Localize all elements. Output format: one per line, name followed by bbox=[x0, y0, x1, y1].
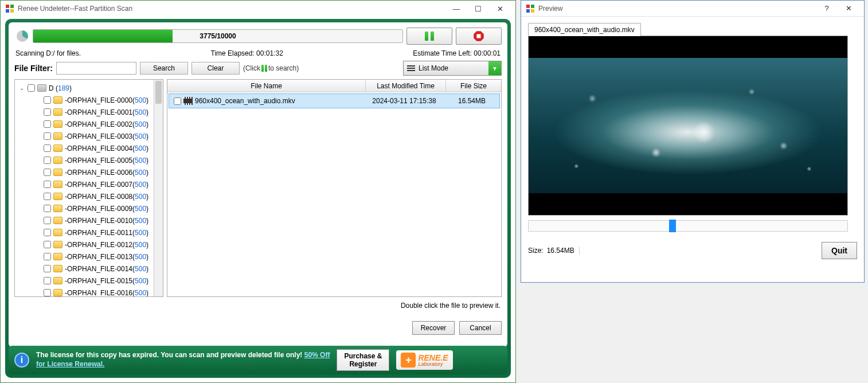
close-button[interactable]: ✕ bbox=[489, 3, 511, 14]
cancel-button[interactable]: Cancel bbox=[459, 321, 502, 335]
preview-tab[interactable]: 960x400_ocean_with_audio.mkv bbox=[528, 23, 641, 36]
tree-item-checkbox[interactable] bbox=[44, 217, 51, 224]
folder-icon bbox=[53, 181, 62, 188]
clear-button[interactable]: Clear bbox=[191, 62, 240, 75]
tree-item-checkbox[interactable] bbox=[44, 289, 51, 296]
file-list-header: File Name Last Modified Time File Size bbox=[167, 80, 501, 92]
file-filter-input[interactable] bbox=[56, 62, 136, 75]
folder-icon bbox=[53, 265, 62, 272]
quit-button[interactable]: Quit bbox=[822, 242, 857, 259]
tree-scrollbar[interactable] bbox=[154, 80, 163, 296]
file-row[interactable]: 960x400_ocean_with_audio.mkv2024-03-11 1… bbox=[169, 93, 500, 108]
tree-item[interactable]: -ORPHAN_FILE-0000 (500) bbox=[16, 94, 162, 106]
tree-item-checkbox[interactable] bbox=[44, 229, 51, 236]
tree-item-checkbox[interactable] bbox=[44, 169, 51, 176]
tree-item-checkbox[interactable] bbox=[44, 241, 51, 248]
tree-item-checkbox[interactable] bbox=[44, 193, 51, 200]
minimize-button[interactable]: — bbox=[445, 3, 467, 14]
plus-icon: + bbox=[401, 353, 416, 368]
tree-item-count: 500 bbox=[135, 181, 146, 189]
tree-item-checkbox[interactable] bbox=[44, 157, 51, 164]
seek-bar[interactable] bbox=[528, 220, 848, 232]
tree-item-name: -ORPHAN_FILE-0002 bbox=[65, 120, 132, 128]
brand-logo: + RENE.E Laboratory bbox=[396, 350, 452, 370]
recover-button[interactable]: Recover bbox=[412, 321, 455, 335]
progress-text: 3775/10000 bbox=[33, 30, 402, 42]
file-list-pane: File Name Last Modified Time File Size 9… bbox=[167, 79, 502, 297]
app-icon bbox=[5, 4, 14, 13]
tree-scroll-thumb[interactable] bbox=[155, 81, 162, 104]
tree-item-checkbox[interactable] bbox=[44, 132, 51, 140]
col-modified[interactable]: Last Modified Time bbox=[366, 80, 446, 92]
tree-item[interactable]: -ORPHAN_FILE-0015 (500) bbox=[16, 275, 162, 287]
main-body: 3775/10000 Scanning D:/ for files. Time … bbox=[5, 19, 511, 378]
tree-item[interactable]: -ORPHAN_FILE-0012 (500) bbox=[16, 239, 162, 251]
video-preview[interactable] bbox=[528, 36, 848, 216]
tree-item[interactable]: -ORPHAN_FILE-0003 (500) bbox=[16, 130, 162, 142]
folder-icon bbox=[53, 108, 62, 116]
tree-item[interactable]: -ORPHAN_FILE-0016 (500) bbox=[16, 287, 162, 297]
info-icon: i bbox=[14, 353, 29, 368]
file-checkbox[interactable] bbox=[174, 97, 181, 105]
tree-root-checkbox[interactable] bbox=[28, 84, 35, 92]
maximize-button[interactable]: ☐ bbox=[467, 3, 489, 14]
seek-thumb[interactable] bbox=[669, 220, 676, 232]
tree-item[interactable]: -ORPHAN_FILE-0004 (500) bbox=[16, 142, 162, 154]
folder-icon bbox=[53, 277, 62, 284]
tree-item[interactable]: -ORPHAN_FILE-0010 (500) bbox=[16, 214, 162, 226]
tree-item-checkbox[interactable] bbox=[44, 277, 51, 284]
tree-item-count: 500 bbox=[135, 108, 146, 116]
tree-item-count: 500 bbox=[135, 205, 146, 213]
purchase-register-button[interactable]: Purchase & Register bbox=[337, 349, 389, 371]
tree-item[interactable]: -ORPHAN_FILE-0011 (500) bbox=[16, 226, 162, 239]
discount-link[interactable]: 50% Off bbox=[304, 351, 330, 359]
tree-item[interactable]: -ORPHAN_FILE-0014 (500) bbox=[16, 263, 162, 275]
help-button[interactable]: ? bbox=[816, 3, 838, 14]
tree-item-checkbox[interactable] bbox=[44, 120, 51, 128]
folder-icon bbox=[53, 289, 62, 296]
spinner-icon bbox=[17, 30, 28, 42]
tree-item-checkbox[interactable] bbox=[44, 108, 51, 116]
list-icon bbox=[404, 65, 419, 71]
tree-item-count: 500 bbox=[135, 265, 146, 273]
preview-close-button[interactable]: ✕ bbox=[838, 3, 859, 14]
tree-item-name: -ORPHAN_FILE-0010 bbox=[65, 217, 132, 225]
tree-root-row[interactable]: ⌄ D (189) bbox=[16, 82, 162, 94]
tree-item-checkbox[interactable] bbox=[44, 253, 51, 260]
tree-item-name: -ORPHAN_FILE-0007 bbox=[65, 181, 132, 189]
tree-item-checkbox[interactable] bbox=[44, 265, 51, 272]
tree-item[interactable]: -ORPHAN_FILE-0013 (500) bbox=[16, 251, 162, 263]
svg-rect-2 bbox=[6, 9, 9, 13]
col-filename[interactable]: File Name bbox=[167, 80, 366, 92]
main-titlebar: Renee Undeleter--Fast Partition Scan — ☐… bbox=[1, 1, 515, 17]
main-inner: 3775/10000 Scanning D:/ for files. Time … bbox=[9, 22, 507, 347]
tree-item-count: 500 bbox=[135, 120, 146, 128]
list-mode-dropdown[interactable]: List Mode ▼ bbox=[403, 61, 502, 76]
stop-button[interactable] bbox=[456, 28, 502, 45]
time-elapsed: Time Elapsed: 00:01:32 bbox=[211, 49, 283, 57]
tree-item[interactable]: -ORPHAN_FILE-0007 (500) bbox=[16, 178, 162, 190]
search-button[interactable]: Search bbox=[140, 62, 188, 75]
scanning-status: Scanning D:/ for files. bbox=[15, 49, 81, 57]
chevron-down-icon: ▼ bbox=[488, 61, 501, 75]
collapse-icon[interactable]: ⌄ bbox=[19, 85, 26, 91]
renewal-link[interactable]: for License Renewal. bbox=[36, 360, 104, 368]
tree-item[interactable]: -ORPHAN_FILE-0005 (500) bbox=[16, 154, 162, 166]
folder-tree[interactable]: ⌄ D (189) -ORPHAN_FILE-0000 (500)-ORPHAN… bbox=[15, 80, 163, 297]
svg-rect-5 bbox=[476, 34, 480, 38]
col-size[interactable]: File Size bbox=[446, 80, 501, 92]
tree-item[interactable]: -ORPHAN_FILE-0006 (500) bbox=[16, 166, 162, 178]
pause-button[interactable] bbox=[406, 28, 452, 45]
progress-row: 3775/10000 bbox=[14, 28, 502, 45]
tree-item[interactable]: -ORPHAN_FILE-0001 (500) bbox=[16, 106, 162, 118]
preview-window-title: Preview bbox=[538, 5, 816, 13]
video-frame-image bbox=[529, 58, 847, 193]
tree-item-checkbox[interactable] bbox=[44, 205, 51, 212]
tree-item[interactable]: -ORPHAN_FILE-0009 (500) bbox=[16, 202, 162, 214]
tree-item[interactable]: -ORPHAN_FILE-0002 (500) bbox=[16, 118, 162, 130]
tree-item-checkbox[interactable] bbox=[44, 96, 51, 104]
tree-item[interactable]: -ORPHAN_FILE-0008 (500) bbox=[16, 190, 162, 202]
folder-icon bbox=[53, 120, 62, 128]
tree-item-checkbox[interactable] bbox=[44, 144, 51, 152]
tree-item-checkbox[interactable] bbox=[44, 181, 51, 188]
